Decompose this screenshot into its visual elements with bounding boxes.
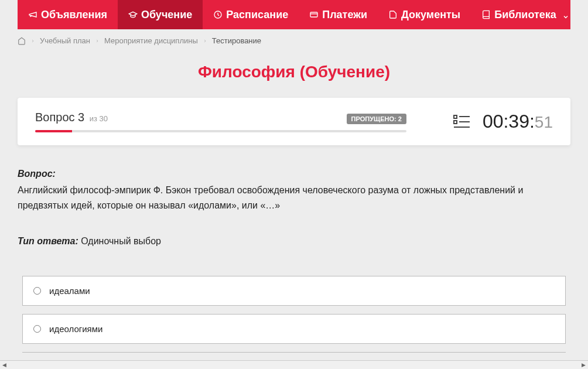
nav-library[interactable]: Библиотека — [471, 0, 580, 29]
graduation-cap-icon — [128, 10, 138, 19]
main-navbar: Объявления Обучение Расписание Платежи Д… — [18, 0, 570, 29]
chevron-right-icon — [30, 39, 35, 43]
horizontal-scrollbar[interactable]: ◀ ▶ — [0, 360, 588, 369]
progress-bar — [35, 130, 406, 132]
answer-option[interactable]: идеалами — [22, 276, 566, 306]
scroll-right-button[interactable]: ▶ — [579, 361, 588, 370]
nav-schedule[interactable]: Расписание — [203, 0, 299, 29]
breadcrumb-link[interactable]: Мероприятие дисциплины — [104, 36, 198, 45]
option-divider — [22, 352, 566, 353]
timer-seconds: 51 — [535, 113, 553, 132]
timer-main: 00:39: — [483, 111, 535, 132]
progress-fill — [35, 130, 72, 132]
document-icon — [388, 10, 398, 19]
chevron-right-icon — [95, 39, 100, 43]
nav-learning[interactable]: Обучение — [118, 0, 203, 29]
answer-radio[interactable] — [33, 287, 41, 295]
breadcrumb-link[interactable]: Учебный план — [40, 36, 90, 45]
svg-rect-1 — [310, 12, 317, 17]
page-title: Философия (Обучение) — [0, 63, 588, 81]
book-icon — [481, 10, 491, 19]
chevron-right-icon — [203, 39, 207, 43]
answer-type-value: Одиночный выбор — [78, 236, 161, 246]
answer-type-label: Тип ответа: — [18, 236, 78, 246]
chevron-down-icon — [562, 11, 569, 18]
svg-rect-2 — [454, 115, 457, 118]
breadcrumb: Учебный план Мероприятие дисциплины Тест… — [18, 29, 570, 52]
nav-label: Документы — [401, 9, 460, 21]
timer: 00:39:51 — [483, 111, 553, 132]
nav-documents[interactable]: Документы — [378, 0, 471, 29]
scroll-left-button[interactable]: ◀ — [0, 361, 9, 370]
nav-label: Объявления — [41, 9, 107, 21]
clock-icon — [213, 10, 223, 19]
nav-label: Библиотека — [494, 9, 556, 21]
nav-label: Платежи — [322, 9, 367, 21]
question-heading: Вопрос: — [18, 169, 570, 179]
question-number-label: Вопрос 3 — [35, 111, 84, 124]
answer-option-label: идеологиями — [49, 324, 102, 334]
question-text: Английский философ-эмпирик Ф. Бэкон треб… — [18, 183, 570, 213]
nav-label: Обучение — [141, 9, 192, 21]
home-icon[interactable] — [18, 37, 26, 45]
question-list-icon[interactable] — [453, 114, 471, 129]
breadcrumb-current: Тестирование — [212, 36, 261, 45]
question-of-label: из 30 — [90, 114, 108, 123]
card-icon — [309, 10, 319, 19]
answer-radio[interactable] — [33, 325, 41, 333]
skipped-badge: ПРОПУЩЕНО: 2 — [347, 114, 406, 124]
svg-rect-4 — [454, 121, 457, 124]
scroll-track[interactable] — [9, 361, 579, 369]
answer-option-label: идеалами — [49, 286, 90, 296]
nav-payments[interactable]: Платежи — [299, 0, 378, 29]
status-card: Вопрос 3 из 30 ПРОПУЩЕНО: 2 00:39:51 — [18, 98, 570, 145]
megaphone-icon — [28, 10, 37, 19]
nav-label: Расписание — [226, 9, 288, 21]
nav-announcements[interactable]: Объявления — [18, 0, 118, 29]
answer-option[interactable]: идеологиями — [22, 314, 566, 344]
